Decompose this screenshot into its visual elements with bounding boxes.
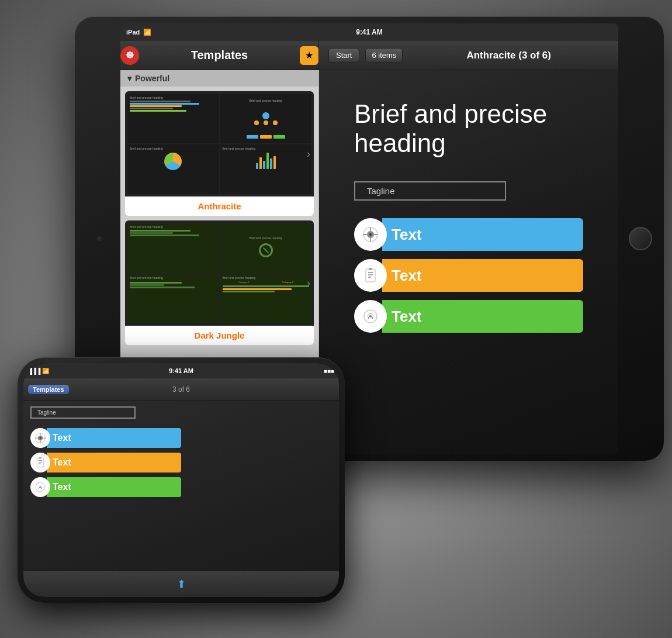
- svg-rect-25: [39, 457, 41, 459]
- template-item-anthracite[interactable]: Brief and precise heading Brief and prec…: [125, 91, 314, 216]
- iphone-status-bar: ▐▐▐ 📶 9:41 AM ■■■: [23, 363, 339, 378]
- ipad-start-button[interactable]: Start: [328, 48, 359, 63]
- signal-icon: ▐▐▐: [28, 368, 42, 374]
- ipad-status-left: iPad 📶: [126, 29, 151, 36]
- svg-point-2: [369, 233, 372, 236]
- iphone-list-icon-2: [30, 453, 50, 473]
- list-bar-text-2: Text: [392, 267, 422, 285]
- svg-rect-21: [37, 458, 43, 467]
- iphone-back-button[interactable]: Templates: [28, 385, 69, 394]
- iphone-list-item-1: Text: [30, 428, 332, 448]
- iphone-list-icon-3: [30, 477, 50, 497]
- ipad-nav-bar: ☸ Templates ★ Start 6 items Anthracite (…: [120, 41, 618, 70]
- list-icon-2: [354, 259, 387, 292]
- iphone-list-item-2: Text: [30, 453, 332, 473]
- star-icon: ★: [305, 50, 313, 61]
- list-item-3: Text: [354, 300, 583, 333]
- jungle-cell-4: Brief and precise heading Category 1 Cat…: [220, 274, 312, 323]
- ipad-status-bar: iPad 📶 9:41 AM: [120, 23, 618, 41]
- iphone-tagline-input[interactable]: Tagline: [30, 406, 136, 419]
- iphone-wifi-icon: 📶: [42, 368, 49, 374]
- ipad-items-badge: 6 items: [365, 48, 403, 63]
- jungle-cell-3: Brief and precise heading: [127, 274, 219, 323]
- sidebar-section-label: Powerful: [135, 74, 169, 83]
- ipad-main-content: Brief and precise heading Tagline Text: [319, 70, 618, 454]
- ipad-nav-right: Start 6 items Anthracite (3 of 6): [319, 48, 618, 63]
- iphone-list-text-1: Text: [53, 433, 71, 443]
- template-label-anthracite: Anthracite: [125, 196, 314, 216]
- list-bar-3: Text: [382, 300, 583, 333]
- share-icon[interactable]: ⬆: [177, 578, 186, 591]
- iphone-time: 9:41 AM: [169, 367, 193, 374]
- template-cell-2: Brief and precise heading: [220, 94, 312, 143]
- iphone-list-text-3: Text: [53, 482, 71, 492]
- iphone-status-left: ▐▐▐ 📶: [28, 368, 49, 374]
- ipad-logo[interactable]: ☸: [120, 46, 139, 65]
- iphone-nav-bar: Templates 3 of 6: [23, 378, 339, 401]
- sidebar-section-powerful: ▾ Powerful: [120, 70, 318, 87]
- iphone-list-icon-1: [30, 428, 50, 448]
- iphone-list-text-2: Text: [53, 457, 71, 468]
- template-cell-4: Brief and precise heading: [220, 144, 312, 194]
- ipad-home-button[interactable]: [629, 227, 652, 250]
- ipad-main-heading: Brief and precise heading: [354, 99, 583, 158]
- list-item-2: Text: [354, 259, 583, 292]
- ipad-tagline-text: Tagline: [367, 186, 395, 196]
- ipad-star-button[interactable]: ★: [300, 46, 318, 65]
- ipad-tagline-input[interactable]: Tagline: [354, 181, 506, 201]
- template-item-jungle[interactable]: Brief and precise heading Brief and prec…: [125, 220, 314, 345]
- iphone-list-bar-3: Text: [47, 477, 181, 497]
- chevron-down-icon: ▾: [127, 74, 131, 83]
- svg-rect-7: [366, 269, 375, 282]
- iphone-battery-icon: ■■■: [324, 368, 334, 374]
- ipad-nav-title: Templates: [145, 49, 294, 62]
- iphone-list-bar-1: Text: [47, 428, 181, 448]
- list-bar-1: Text: [382, 218, 583, 251]
- iphone-list-bar-2: Text: [47, 453, 181, 473]
- list-bar-text-3: Text: [392, 308, 422, 326]
- list-icon-3: [354, 300, 387, 333]
- template-cell-3: Brief and precise heading: [127, 144, 219, 194]
- ipad-device-label: iPad: [126, 29, 140, 36]
- list-item-1: Text: [354, 218, 583, 251]
- iphone-content-area: Tagline Text Text: [23, 401, 339, 570]
- list-icon-1: [354, 218, 387, 251]
- template-label-jungle: Dark Jungle: [125, 326, 314, 345]
- ipad-camera: [97, 236, 102, 241]
- template-preview-jungle: Brief and precise heading Brief and prec…: [125, 220, 314, 326]
- template-preview-anthracite: Brief and precise heading Brief and prec…: [125, 91, 314, 196]
- jungle-cell-2: Brief and precise heading: [220, 223, 312, 273]
- jungle-cell-1: Brief and precise heading: [127, 223, 219, 273]
- iphone-bottom-bar: ⬆: [23, 570, 339, 597]
- svg-point-27: [40, 487, 41, 488]
- ipad-wifi-icon: 📶: [143, 29, 151, 36]
- iphone-list-item-3: Text: [30, 477, 332, 497]
- list-bar-text-1: Text: [392, 226, 422, 244]
- svg-point-13: [369, 315, 372, 318]
- iphone-screen: ▐▐▐ 📶 9:41 AM ■■■ Templates 3 of 6 Tagli…: [23, 363, 339, 597]
- iphone-device: ▐▐▐ 📶 9:41 AM ■■■ Templates 3 of 6 Tagli…: [18, 357, 345, 603]
- ipad-time: 9:41 AM: [356, 28, 383, 36]
- svg-rect-11: [369, 268, 372, 270]
- iphone-tagline-text: Tagline: [37, 409, 56, 416]
- iphone-nav-subtitle: 3 of 6: [172, 385, 190, 394]
- svg-point-16: [40, 437, 41, 439]
- chevron-right-icon: ›: [307, 147, 310, 160]
- ipad-nav-left: ☸ Templates ★: [120, 41, 319, 70]
- chevron-right-icon-2: ›: [307, 277, 310, 289]
- ipad-nav-heading: Anthracite (3 of 6): [408, 50, 609, 61]
- template-cell-1: Brief and precise heading: [127, 94, 219, 143]
- list-bar-2: Text: [382, 259, 583, 292]
